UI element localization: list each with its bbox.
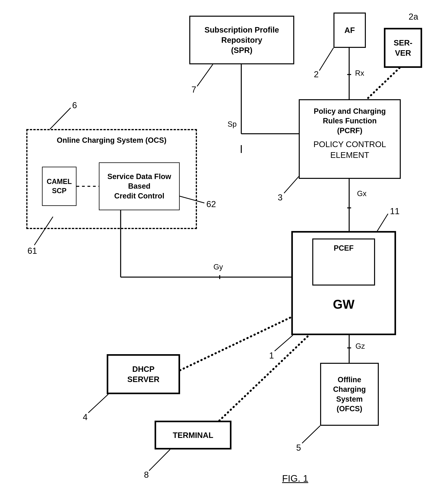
af-box: AF [333, 12, 366, 48]
spr-box: Subscription Profile Repository (SPR) [189, 16, 294, 64]
svg-line-21 [284, 177, 299, 193]
sdf-box: Service Data Flow Based Credit Control [99, 162, 180, 210]
ref-8: 8 [144, 470, 149, 480]
svg-line-25 [149, 449, 170, 471]
server-box: SER- VER [384, 28, 422, 68]
sdf-line1: Service Data Flow [107, 172, 171, 181]
ofcs-line1: Offline [338, 375, 361, 384]
spr-line2: Repository [221, 35, 262, 45]
dhcp-line1: DHCP [132, 364, 154, 374]
terminal-box: TERMINAL [155, 421, 232, 449]
pcrf-line1: Policy and Charging [314, 107, 386, 116]
gy-label: Gy [213, 263, 223, 271]
svg-line-23 [275, 335, 293, 351]
pcrf-line4: POLICY CONTROL [314, 139, 386, 150]
server-line2: VER [395, 48, 411, 58]
camel-line1: CAMEL [47, 177, 72, 186]
gw-box: PCEF GW [291, 231, 396, 335]
svg-line-18 [50, 108, 71, 129]
sp-label: Sp [228, 120, 237, 129]
ref-3: 3 [278, 192, 282, 202]
gz-label: Gz [355, 342, 365, 350]
dhcp-box: DHCP SERVER [107, 354, 180, 394]
pcrf-line5: ELEMENT [330, 150, 369, 161]
sdf-line2: Based [128, 181, 150, 191]
rx-label: Rx [355, 69, 364, 77]
gx-label: Gx [357, 190, 367, 198]
ref-62: 62 [206, 199, 216, 209]
pcef-box: PCEF [312, 239, 375, 286]
ref-7: 7 [191, 85, 196, 95]
ref-2a: 2a [409, 12, 418, 22]
sdf-line3: Credit Control [114, 191, 164, 201]
ref-61: 61 [27, 246, 37, 256]
spr-line3: (SPR) [231, 45, 253, 55]
svg-line-14 [180, 317, 291, 370]
ref-1: 1 [269, 351, 274, 360]
svg-line-24 [88, 394, 108, 413]
ref-4: 4 [83, 412, 87, 422]
camel-box: CAMEL SCP [42, 167, 76, 206]
pcef-label: PCEF [334, 243, 354, 253]
svg-line-17 [319, 48, 333, 71]
ofcs-line3: System [336, 394, 363, 404]
pcrf-box: Policy and Charging Rules Function (PCRF… [299, 99, 401, 179]
ref-11: 11 [390, 206, 400, 216]
ref-5: 5 [296, 443, 301, 453]
ofcs-line2: Charging [333, 384, 366, 394]
camel-line2: SCP [52, 186, 66, 195]
server-line1: SER- [394, 38, 413, 48]
gw-label: GW [333, 296, 354, 312]
pcrf-line3: (PCRF) [337, 126, 363, 135]
ref-2: 2 [314, 69, 318, 79]
ocs-title: Online Charging System (OCS) [27, 136, 196, 144]
svg-line-16 [197, 64, 213, 86]
af-label: AF [344, 25, 355, 35]
spr-line1: Subscription Profile [204, 25, 279, 35]
figure-label: FIG. 1 [282, 473, 308, 484]
svg-line-13 [367, 68, 400, 99]
ofcs-box: Offline Charging System (OFCS) [320, 363, 379, 426]
pcrf-line2: Rules Function [323, 116, 377, 126]
svg-line-15 [219, 335, 309, 421]
svg-line-22 [377, 214, 388, 231]
svg-line-26 [302, 426, 320, 443]
ofcs-line4: (OFCS) [337, 404, 362, 414]
dhcp-line2: SERVER [127, 374, 159, 384]
terminal-label: TERMINAL [173, 430, 213, 440]
ref-6: 6 [72, 100, 77, 110]
